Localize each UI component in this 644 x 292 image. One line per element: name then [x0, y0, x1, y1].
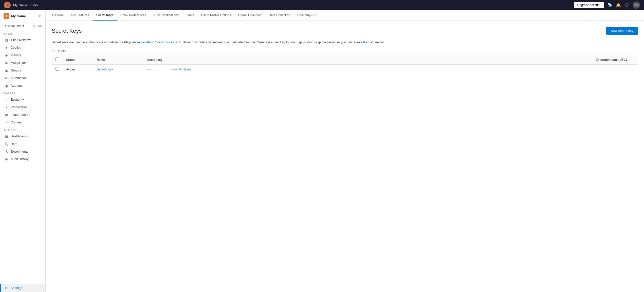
- sidebar-item-label: Data: [11, 142, 17, 146]
- row-checkbox-cell: [52, 65, 63, 74]
- sidebar-item-label: Title Overview: [11, 38, 31, 42]
- sidebar-item-data[interactable]: 🔍 Data: [0, 140, 45, 148]
- sidebar-item-label: Content: [11, 121, 22, 124]
- env-selector[interactable]: Development ▾ 0/100K: [0, 22, 45, 30]
- tab-api-features[interactable]: API Features: [67, 10, 93, 21]
- avatar[interactable]: BR: [633, 2, 640, 9]
- sidebar-item-automation[interactable]: ⚙ Automation: [0, 74, 45, 82]
- data-icon: 🔍: [4, 142, 8, 146]
- tab-bar: General API Features Secret Keys Email P…: [46, 10, 644, 21]
- topbar-right: Upgrade account 📡 🔔 ⓘ BR: [574, 2, 640, 9]
- sidebar-item-content[interactable]: 📄 Content: [0, 119, 45, 126]
- sidebar-item-label: Leaderboards: [11, 113, 30, 117]
- tab-openid-connect[interactable]: OpenID Connect: [234, 10, 265, 21]
- row-expiration: [592, 65, 638, 74]
- addons-icon: ▣: [4, 84, 8, 88]
- engage-section-label: ENGAGE: [0, 89, 45, 96]
- upgrade-button[interactable]: Upgrade account: [574, 2, 604, 8]
- sidebar-item-label: Dashboards: [11, 135, 28, 138]
- sidebar-item-label: Copilot: [11, 46, 21, 49]
- topbar: 🎮 My Game Studio Upgrade account 📡 🔔 ⓘ B…: [0, 0, 644, 10]
- settings-icon: ⚙: [4, 286, 8, 290]
- experiments-icon: ⚗: [4, 150, 8, 154]
- economy-icon: ≡: [4, 98, 8, 102]
- select-all-checkbox[interactable]: [56, 58, 59, 61]
- content-area: General API Features Secret Keys Email P…: [46, 10, 644, 292]
- table-header-secret-key: Secret key: [144, 55, 592, 65]
- env-count: 0/100K: [33, 24, 42, 27]
- table-row: Active Default Key ·····················…: [52, 65, 638, 74]
- app-logo-icon: 🎮: [4, 2, 11, 8]
- dashboards-icon: ▦: [4, 134, 8, 138]
- sidebar-item-title-overview[interactable]: ▦ Title Overview: [0, 36, 45, 44]
- sidebar-item-label: Players: [11, 53, 21, 57]
- sidebar-item-label: Settings: [11, 286, 22, 290]
- row-status: Active: [63, 65, 93, 74]
- key-name-link[interactable]: Default Key: [97, 68, 113, 71]
- page-content: Secret Keys New secret key Secret keys a…: [46, 21, 644, 292]
- sidebar-item-label: Economy: [11, 98, 24, 101]
- key-dots: ······························: [147, 68, 178, 71]
- tab-economy-v2[interactable]: Economy (V2): [294, 10, 321, 21]
- them-link[interactable]: them: [363, 41, 370, 44]
- tab-email-preferences[interactable]: Email Preferences: [117, 10, 150, 21]
- show-key-button[interactable]: 👁 Show: [179, 67, 191, 71]
- sidebar-item-audit-history[interactable]: ⊛ Audit History: [0, 155, 45, 163]
- env-name[interactable]: Development ▾: [4, 24, 24, 28]
- page-title: Secret Keys: [52, 28, 82, 34]
- tab-data-collection[interactable]: Data Collection: [265, 10, 294, 21]
- sidebar-item-players[interactable]: ⊙ Players: [0, 51, 45, 59]
- help-icon[interactable]: ⓘ: [624, 2, 630, 8]
- tab-general[interactable]: General: [49, 10, 67, 21]
- tab-secret-keys[interactable]: Secret Keys: [93, 10, 117, 21]
- sidebar-item-economy[interactable]: ≡ Economy: [0, 96, 45, 103]
- row-name: Default Key: [93, 65, 144, 74]
- admin-apis-link[interactable]: admin APIs ↗: [161, 41, 181, 44]
- delete-bar: 🗑 Delete: [52, 49, 638, 53]
- table-header-row: Status Name Secret key Expiration date (…: [52, 55, 638, 65]
- tab-limits[interactable]: Limits: [182, 10, 198, 21]
- sidebar: ✦ My Game ⚙ Development ▾ 0/100K BUILD ▦…: [0, 10, 46, 292]
- sidebar-item-label: Groups: [11, 69, 21, 72]
- topbar-left: 🎮 My Game Studio: [4, 2, 38, 8]
- sidebar-item-multiplayer[interactable]: ⊕ Multiplayer: [0, 59, 45, 67]
- audit-icon: ⊛: [4, 157, 8, 161]
- sidebar-item-dashboards[interactable]: ▦ Dashboards: [0, 133, 45, 140]
- sidebar-item-leaderboards[interactable]: ⊞ Leaderboards: [0, 111, 45, 119]
- automation-icon: ⚙: [4, 76, 8, 80]
- main-layout: ✦ My Game ⚙ Development ▾ 0/100K BUILD ▦…: [0, 10, 644, 292]
- app-icon: ✦: [4, 13, 9, 19]
- sidebar-item-settings[interactable]: ⚙ Settings: [0, 284, 45, 292]
- sidebar-item-groups[interactable]: ◉ Groups: [0, 67, 45, 74]
- content-icon: 📄: [4, 120, 8, 124]
- eye-icon: 👁: [179, 67, 182, 71]
- sidebar-item-label: Automation: [11, 76, 27, 80]
- sidebar-item-label: Add-ons: [11, 84, 23, 87]
- table-header-expiration: Expiration date (UTC): [592, 55, 638, 65]
- tab-push-notifications[interactable]: Push Notifications: [150, 10, 182, 21]
- server-apis-link[interactable]: server APIs ↗: [137, 41, 156, 44]
- sidebar-item-label: Audit History: [11, 157, 29, 161]
- sidebar-item-addons[interactable]: ▣ Add-ons: [0, 82, 45, 89]
- page-title-bar: Secret Keys New secret key: [52, 27, 638, 35]
- build-section-label: BUILD: [0, 30, 45, 36]
- table-header-status: Status: [63, 55, 93, 65]
- row-key: ······························ 👁 Show: [144, 65, 592, 74]
- delete-label[interactable]: Delete: [57, 49, 66, 53]
- studio-name: My Game Studio: [13, 3, 38, 7]
- sidebar-item-progression[interactable]: ↗ Progression: [0, 103, 45, 111]
- new-secret-key-button[interactable]: New secret key: [606, 27, 638, 35]
- row-checkbox[interactable]: [56, 67, 59, 71]
- chevron-down-icon: ▾: [23, 24, 24, 28]
- sidebar-item-experiments[interactable]: ⚗ Experiments: [0, 148, 45, 155]
- bell-icon[interactable]: 🔔: [616, 2, 621, 8]
- tab-client-profile-options[interactable]: Client Profile Options: [198, 10, 234, 21]
- progression-icon: ↗: [4, 105, 8, 109]
- title-overview-icon: ▦: [4, 38, 8, 42]
- sidebar-header: ✦ My Game ⚙: [0, 10, 45, 22]
- leaderboards-icon: ⊞: [4, 113, 8, 117]
- broadcast-icon[interactable]: 📡: [607, 2, 613, 8]
- app-settings-icon[interactable]: ⚙: [39, 14, 42, 18]
- sidebar-item-copilot[interactable]: ✦ Copilot: [0, 44, 45, 51]
- copilot-icon: ✦: [4, 46, 8, 50]
